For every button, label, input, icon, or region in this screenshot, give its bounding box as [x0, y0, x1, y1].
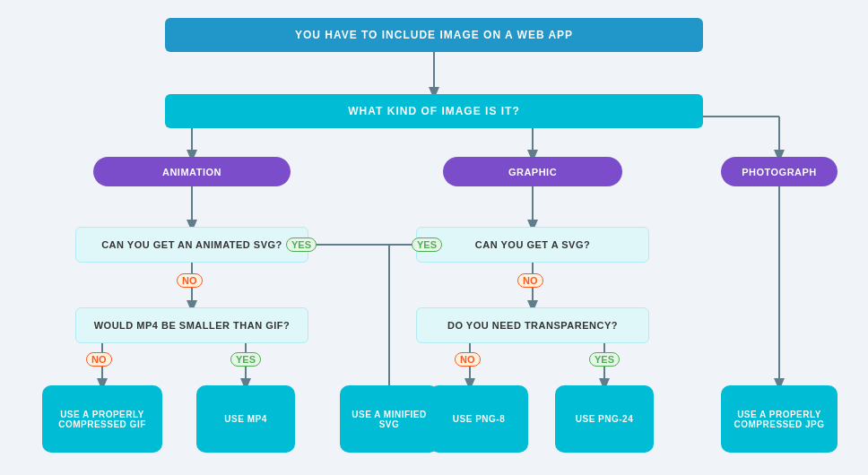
flowchart-diagram: YOU HAVE TO INCLUDE IMAGE ON A WEB APP W…	[13, 9, 855, 466]
no-badge-can-svg: NO	[517, 273, 543, 288]
yes-badge-trans: YES	[589, 352, 620, 367]
kind-node: WHAT KIND OF IMAGE IS IT?	[165, 94, 703, 128]
animation-node: ANIMATION	[93, 157, 291, 186]
no-badge-trans: NO	[455, 352, 481, 367]
animated-svg-node: CAN YOU GET AN ANIMATED SVG?	[75, 227, 308, 263]
graphic-node: GRAPHIC	[443, 157, 622, 186]
use-jpg-node: USE A PROPERLY COMPRESSED JPG	[721, 385, 838, 453]
yes-badge-mp4: YES	[230, 352, 261, 367]
use-gif-node: USE A PROPERLY COMPRESSED GIF	[42, 385, 162, 453]
start-node: YOU HAVE TO INCLUDE IMAGE ON A WEB APP	[165, 18, 703, 52]
no-badge-animated-svg: NO	[177, 273, 203, 288]
use-png8-node: USE PNG-8	[430, 385, 528, 453]
yes-badge-animated-svg: YES	[286, 238, 317, 252]
can-svg-node: CAN YOU GET A SVG?	[416, 227, 649, 263]
use-svg-node: USE A MINIFIED SVG	[340, 385, 438, 453]
use-mp4-node: USE MP4	[196, 385, 295, 453]
no-badge-mp4: NO	[86, 352, 112, 367]
mp4-smaller-node: WOULD MP4 BE SMALLER THAN GIF?	[75, 307, 308, 343]
photograph-node: PHOTOGRAPH	[721, 157, 838, 186]
transparency-node: DO YOU NEED TRANSPARENCY?	[416, 307, 649, 343]
use-png24-node: USE PNG-24	[555, 385, 654, 453]
yes-badge-can-svg: YES	[412, 238, 442, 252]
